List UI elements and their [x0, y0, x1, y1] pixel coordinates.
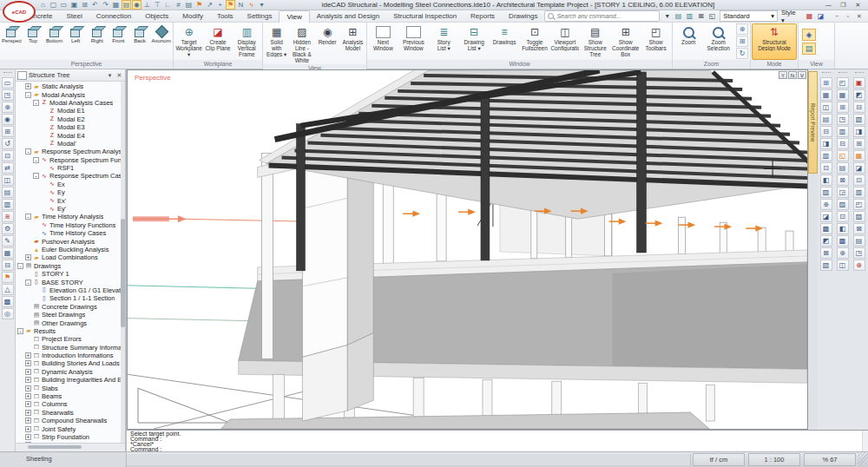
standard-dropdown[interactable]: Standard ▾ [720, 10, 778, 22]
structural-tool-button[interactable]: ▨ [820, 187, 832, 198]
select-tool-button[interactable]: ◳ [2, 89, 14, 101]
tree-item[interactable]: Z Modal E3 [16, 123, 125, 131]
sheet-tool-button[interactable]: ▤ [184, 0, 194, 10]
status-cell[interactable]: tf / cm [693, 453, 745, 466]
view-v-button[interactable]: V [798, 71, 806, 79]
tree-item[interactable]: - ▰ Time History Analysis [16, 213, 125, 220]
tree-item[interactable]: - ∿ Response Spectrum Functions [16, 156, 125, 164]
structural-tool-button[interactable]: ⊠ [820, 247, 832, 259]
report-preview-tab[interactable]: Report Preview [808, 71, 818, 174]
toolbar-grip[interactable] [855, 72, 864, 76]
workplane-flag-button[interactable]: ⚑ [194, 0, 204, 10]
image-export-button[interactable]: ▦ [111, 0, 121, 10]
structural-tool-button[interactable]: ◫ [820, 102, 832, 113]
minimize-button[interactable]: — [822, 1, 835, 10]
print-icon[interactable]: ▥ [685, 11, 694, 21]
tree-item[interactable]: - ▰ Results [16, 327, 125, 335]
structural-tool-button[interactable]: ⊟ [837, 138, 849, 149]
structural-tool-button[interactable]: ◰ [853, 199, 865, 210]
ribbon-tab[interactable]: Reports [464, 10, 502, 23]
maximize-button[interactable]: ❐ [837, 1, 850, 10]
structural-tool-button[interactable]: ▩ [820, 223, 832, 234]
left-view-button[interactable]: Left [65, 23, 87, 60]
show-toolbars-button[interactable]: ◰Show Toolbars [641, 23, 671, 60]
viewport-configuration-button[interactable]: ◫Viewport Configuration [549, 23, 580, 60]
structural-tool-button[interactable]: ◩ [820, 235, 832, 247]
tree-item[interactable]: Z Modal E4 [16, 131, 125, 139]
structural-tool-button[interactable]: ▨ [853, 211, 865, 222]
tree-expander[interactable]: + [25, 401, 31, 407]
undo-button[interactable]: ↶ [90, 0, 100, 10]
axis-label-button[interactable]: N [236, 0, 246, 10]
tree-item[interactable]: ▯ STORY 1 [16, 270, 125, 278]
structural-tool-button[interactable]: ▤ [837, 162, 849, 174]
grid-tool-button[interactable]: # [174, 0, 183, 10]
tree-horizontal-scrollbar[interactable] [16, 443, 125, 451]
tree-item[interactable]: - ▯ BASE STORY [16, 278, 125, 286]
layers-button[interactable]: ▤ [2, 187, 14, 198]
display-vertical-frame-button[interactable]: ▥Display Vertical Frame [233, 23, 261, 60]
ribbon-tab[interactable]: Steel [59, 10, 89, 23]
tree-item[interactable]: - ▰ Modal Analysis [16, 90, 125, 98]
perspective-view-button[interactable]: Perspective [1, 23, 23, 60]
open-file-button[interactable]: ▭ [59, 0, 69, 10]
tree-item[interactable]: ∿ RSF1 [16, 164, 125, 172]
structural-tool-button[interactable]: ▧ [853, 114, 865, 125]
swap-view-button[interactable]: ⇄ [2, 162, 14, 174]
structural-tool-button[interactable]: ▦ [837, 89, 849, 101]
structural-tool-button[interactable]: ▨ [837, 199, 849, 210]
tree-item[interactable]: + ☐ Slabs [16, 384, 125, 391]
structural-tool-button[interactable]: ▥ [837, 126, 849, 137]
tree-expander[interactable]: + [25, 369, 31, 375]
tree-item[interactable]: + ☐ Columns [16, 400, 125, 408]
structural-tool-button[interactable]: ◨ [820, 138, 832, 149]
tree-item[interactable]: ▯ Section 1 / 1-1 Section [16, 294, 125, 302]
tree-vertical-scrollbar[interactable] [121, 82, 125, 443]
grid-snap-button[interactable]: ⊞ [2, 126, 14, 137]
structural-tool-button[interactable]: ▤ [853, 235, 865, 247]
hatch-button[interactable]: ▩ [2, 296, 14, 307]
toolbar-grip[interactable] [822, 72, 831, 76]
settings-gear-button[interactable]: ⚙ [2, 223, 14, 234]
show-structure-tree-button[interactable]: ▤Show Structure Tree [580, 23, 610, 60]
command-line-panel[interactable]: Select target point.Command :*Cancel*Com… [127, 430, 868, 451]
tree-expander[interactable]: - [33, 157, 39, 163]
tree-item[interactable]: Z Modal' [16, 140, 125, 148]
tree-item[interactable]: - Z Modal Analysis Cases [16, 99, 125, 107]
view-y-button[interactable]: Y [779, 71, 787, 79]
print-area-button[interactable]: ⊡ [2, 150, 14, 161]
home-button[interactable]: ⌂ [38, 0, 48, 10]
column-tool-button[interactable]: ⊤ [153, 0, 162, 10]
structural-tool-button[interactable]: ◧ [820, 174, 832, 186]
front-view-button[interactable]: Front [108, 23, 129, 60]
tree-expander[interactable]: - [17, 263, 23, 269]
target-workplane-button[interactable]: ⊕Target Workplane ▾ [174, 23, 203, 60]
structural-tool-button[interactable]: ⊞ [837, 102, 849, 113]
structural-tool-button[interactable]: ▦ [853, 150, 865, 161]
color-palette-icon[interactable]: ▦ [805, 11, 814, 21]
tree-expander[interactable]: + [25, 426, 31, 432]
structural-tool-button[interactable]: ⊕ [820, 199, 832, 210]
axonometric-view-button[interactable]: Axonometric [150, 23, 172, 60]
ribbon-tab[interactable]: Tools [210, 10, 240, 23]
bottom-view-button[interactable]: Bottom [43, 23, 65, 60]
corner-tool-button[interactable]: ∟ [163, 0, 173, 10]
ribbon-tab[interactable]: Modify [175, 10, 210, 23]
zoom-extents-icon[interactable]: ↻ [736, 48, 748, 59]
tree-expander[interactable]: + [25, 434, 31, 440]
structural-tool-button[interactable]: ▩ [837, 235, 849, 247]
new-window-icon[interactable]: ◱ [707, 11, 717, 21]
previous-window-button[interactable]: ←Previous Window [398, 23, 429, 60]
view-list-icon[interactable]: ▤ [802, 43, 816, 55]
tree-item[interactable]: + ☐ Joint Safety [16, 424, 125, 432]
tree-expander[interactable]: - [25, 214, 31, 220]
structural-tool-button[interactable]: ◱ [837, 150, 849, 161]
structural-tool-button[interactable]: ⊕ [837, 247, 849, 259]
paste-tool-button[interactable]: ◉ [2, 114, 14, 125]
style-dropdown[interactable]: Style ▾ [781, 9, 799, 24]
tree-expander[interactable]: + [25, 393, 31, 399]
wave-function-button[interactable]: ≋ [2, 211, 14, 222]
tree-expander[interactable]: - [25, 92, 31, 98]
structural-tool-button[interactable]: ◳ [837, 114, 849, 125]
solid-with-edges-button[interactable]: ▦Solid with Edges ▾ [264, 23, 289, 64]
